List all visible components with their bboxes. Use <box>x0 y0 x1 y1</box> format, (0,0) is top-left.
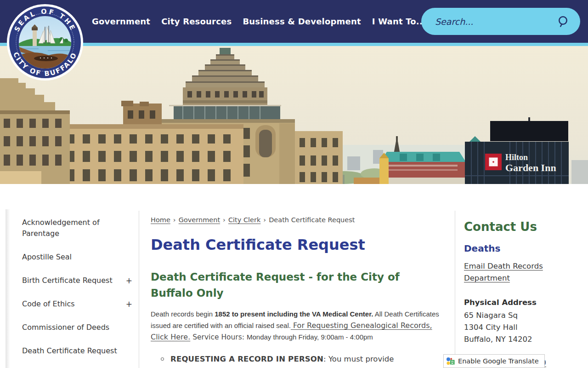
page-title: Death Certificate Request <box>151 236 441 253</box>
address-line: Buffalo, NY 14202 <box>464 334 582 345</box>
sidebar-item-birth-certificate-request[interactable]: Birth Certificate Request + <box>22 275 135 286</box>
enable-google-translate-bar[interactable]: Enable Google Translate <box>443 354 545 368</box>
contact-us-heading: Contact Us <box>464 220 582 234</box>
nav-item-city-resources[interactable]: City Resources <box>161 17 232 26</box>
sidebar-item-code-of-ethics[interactable]: Code of Ethics + <box>22 299 135 310</box>
intro-paragraph: Death records begin 1852 to present incl… <box>151 308 441 343</box>
sidebar-menu: Acknowledgement of Parentage Apostille S… <box>22 217 135 368</box>
main-nav: Government City Resources Business & Dev… <box>92 0 426 43</box>
sidebar-item-death-certificate-request[interactable]: Death Certificate Request <box>22 345 135 356</box>
breadcrumb-home[interactable]: Home <box>151 216 170 224</box>
address-line: 1304 City Hall <box>464 322 582 334</box>
content-panel-shadow <box>6 209 10 368</box>
bullet-icon <box>161 357 164 361</box>
breadcrumb-government[interactable]: Government <box>179 216 220 224</box>
main-content: Home›Government›City Clerk›Death Certifi… <box>151 216 441 368</box>
deaths-heading: Deaths <box>464 243 582 254</box>
city-seal-logo[interactable]: SEAL OF THE CITY OF BUFFALO <box>6 4 84 81</box>
breadcrumb: Home›Government›City Clerk›Death Certifi… <box>151 216 441 224</box>
expand-plus-icon[interactable]: + <box>126 299 135 310</box>
contact-panel: Contact Us Deaths Email Death Records De… <box>464 220 582 367</box>
sidebar-item-commissioner-of-deeds[interactable]: Commissioner of Deeds <box>22 322 135 333</box>
expand-plus-icon[interactable]: + <box>126 275 135 286</box>
email-death-records-link[interactable]: Email Death Records Department <box>464 260 556 284</box>
hero-image: Hilton Garden Inn <box>0 46 588 184</box>
nav-item-i-want-to[interactable]: I Want To... <box>372 17 426 26</box>
hilton-logo <box>485 154 502 170</box>
sidebar-divider <box>139 211 139 368</box>
section-heading: Death Certificate Request - for the City… <box>151 269 441 302</box>
translate-label: Enable Google Translate <box>458 357 539 365</box>
service-hours-label: Service Hours: <box>190 333 247 341</box>
intro-bold: 1852 to present including the VA Medical… <box>215 310 373 318</box>
header-accent-strip <box>0 43 588 46</box>
search-button[interactable] <box>555 13 572 30</box>
search-icon <box>557 15 571 29</box>
breadcrumb-city-clerk[interactable]: City Clerk <box>228 216 260 224</box>
sidebar-item-apostille-seal[interactable]: Apostille Seal <box>22 252 135 263</box>
address-line: 65 Niagara Sq <box>464 310 582 322</box>
google-translate-icon <box>446 357 455 366</box>
list-item: REQUESTING A RECORD IN PERSON: You must … <box>151 353 441 368</box>
search-input[interactable] <box>435 17 555 27</box>
page: Government City Resources Business & Dev… <box>0 0 588 368</box>
contact-divider <box>455 211 455 368</box>
bullet-bold: REQUESTING A RECORD IN PERSON <box>170 355 323 363</box>
svg-text:Garden Inn: Garden Inn <box>505 162 556 173</box>
physical-address-label: Physical Address <box>464 298 582 307</box>
service-hours-value: Monday through Friday, 9:00am - 4:00pm <box>247 333 373 341</box>
breadcrumb-current: Death Certificate Request <box>269 216 355 224</box>
sidebar-item-acknowledgement-of-parentage[interactable]: Acknowledgement of Parentage <box>22 217 135 239</box>
nav-item-business-development[interactable]: Business & Development <box>243 17 361 26</box>
svg-text:Hilton: Hilton <box>505 153 528 162</box>
search-box <box>421 8 580 35</box>
nav-item-government[interactable]: Government <box>92 17 150 26</box>
